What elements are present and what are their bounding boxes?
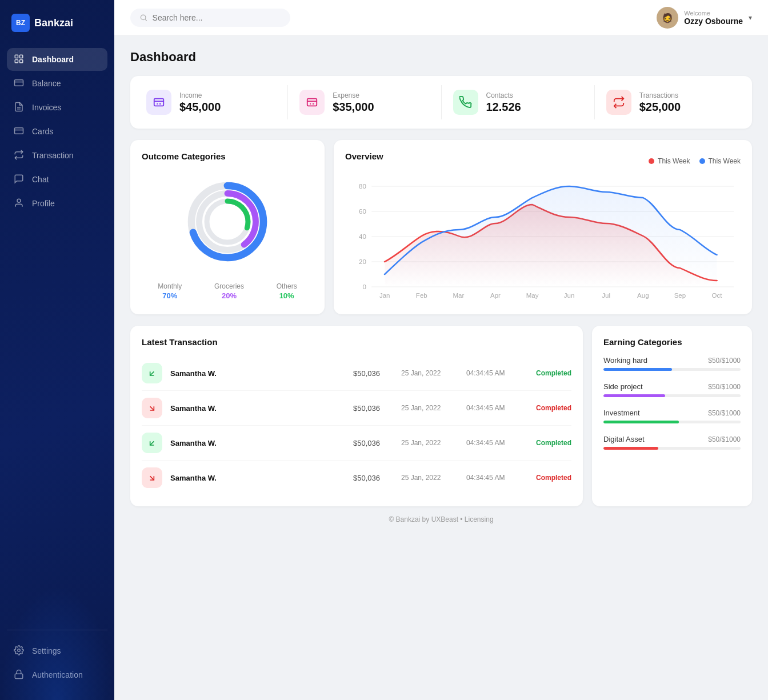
earning-name: Side project bbox=[603, 382, 643, 391]
stat-transactions: Transactions $25,000 bbox=[594, 85, 747, 119]
avatar: 🧔 bbox=[657, 7, 678, 29]
svg-text:Jun: Jun bbox=[564, 293, 575, 299]
progress-fill bbox=[603, 368, 672, 371]
tx-status: Completed bbox=[526, 369, 571, 377]
user-area[interactable]: 🧔 Welcome Ozzy Osbourne ▾ bbox=[657, 7, 752, 29]
arrow-up-right-icon bbox=[142, 398, 162, 418]
svg-point-9 bbox=[18, 649, 21, 652]
search-input[interactable] bbox=[153, 13, 281, 22]
tx-name: Samantha W. bbox=[170, 439, 345, 447]
invoices-icon bbox=[14, 102, 25, 113]
user-info: Welcome Ozzy Osbourne bbox=[684, 10, 743, 26]
sidebar-item-profile[interactable]: Profile bbox=[7, 192, 107, 215]
sidebar-bottom: SettingsAuthentication bbox=[0, 635, 114, 700]
tx-time: 04:34:45 AM bbox=[466, 404, 518, 412]
donut-chart-card: Outcome Categories bbox=[130, 140, 325, 314]
legend-item-red: This Week bbox=[649, 157, 690, 165]
legend-item-blue: This Week bbox=[699, 157, 741, 165]
table-row: Samantha W. $50,036 25 Jan, 2022 04:34:4… bbox=[142, 426, 571, 461]
stat-expense: Expense $35,000 bbox=[287, 85, 441, 119]
search-bar[interactable] bbox=[130, 9, 290, 27]
earning-card: Earning Categories Working hard $50/$100… bbox=[592, 326, 752, 506]
sidebar-item-settings[interactable]: Settings bbox=[7, 639, 107, 662]
donut-label-others: Others 10% bbox=[277, 282, 297, 300]
balance-icon bbox=[14, 78, 25, 89]
arrow-down-left-icon bbox=[142, 363, 162, 383]
table-row: Samantha W. $50,036 25 Jan, 2022 04:34:4… bbox=[142, 356, 571, 391]
sidebar-item-label: Chat bbox=[32, 175, 49, 184]
transactions-card: Latest Transaction Samantha W. $50,036 2… bbox=[130, 326, 583, 506]
table-row: Samantha W. $50,036 25 Jan, 2022 04:34:4… bbox=[142, 391, 571, 426]
logo[interactable]: BZ Bankzai bbox=[0, 0, 114, 43]
overview-title: Overview bbox=[345, 151, 383, 161]
main-area: 🧔 Welcome Ozzy Osbourne ▾ Dashboard Inco… bbox=[114, 0, 768, 700]
settings-icon bbox=[14, 645, 25, 657]
sidebar-item-authentication[interactable]: Authentication bbox=[7, 663, 107, 686]
table-row: Samantha W. $50,036 25 Jan, 2022 04:34:4… bbox=[142, 461, 571, 495]
line-chart-svg: 80 60 40 20 0 Jan Feb Mar Apr May Jun Ju… bbox=[345, 175, 741, 301]
earning-amount: $50/$1000 bbox=[708, 383, 741, 391]
svg-text:Mar: Mar bbox=[453, 293, 464, 299]
transactions-list: Samantha W. $50,036 25 Jan, 2022 04:34:4… bbox=[142, 356, 571, 495]
stat-contacts: Contacts 12.526 bbox=[441, 85, 594, 119]
svg-text:Sep: Sep bbox=[674, 293, 686, 299]
svg-text:0: 0 bbox=[362, 284, 366, 290]
progress-bar bbox=[603, 394, 741, 397]
tx-time: 04:34:45 AM bbox=[466, 439, 518, 447]
earning-list: Working hard $50/$1000 Side project $50/… bbox=[603, 356, 741, 450]
income-label: Income bbox=[179, 91, 221, 99]
svg-rect-3 bbox=[20, 60, 23, 63]
sidebar-item-transaction[interactable]: Transaction bbox=[7, 144, 107, 167]
svg-text:20: 20 bbox=[359, 259, 366, 265]
arrow-down-left-icon bbox=[142, 433, 162, 453]
sidebar-item-label: Settings bbox=[32, 646, 61, 655]
sidebar-item-label: Dashboard bbox=[32, 55, 74, 64]
sidebar-item-label: Authentication bbox=[32, 670, 83, 679]
tx-status: Completed bbox=[526, 439, 571, 447]
chevron-down-icon[interactable]: ▾ bbox=[749, 14, 752, 22]
svg-text:Apr: Apr bbox=[490, 293, 501, 299]
sidebar-item-balance[interactable]: Balance bbox=[7, 72, 107, 95]
tx-date: 25 Jan, 2022 bbox=[401, 404, 458, 412]
sidebar-item-dashboard[interactable]: Dashboard bbox=[7, 48, 107, 71]
sidebar-item-invoices[interactable]: Invoices bbox=[7, 96, 107, 119]
earning-row: Side project $50/$1000 bbox=[603, 382, 741, 391]
tx-name: Samantha W. bbox=[170, 369, 345, 378]
profile-icon bbox=[14, 198, 25, 209]
sidebar-item-label: Balance bbox=[32, 79, 61, 88]
tx-amount: $50,036 bbox=[353, 369, 393, 378]
progress-bar bbox=[603, 421, 741, 423]
earning-title: Earning Categories bbox=[603, 337, 741, 347]
progress-bar bbox=[603, 368, 741, 371]
progress-fill bbox=[603, 447, 658, 450]
expense-value: $35,000 bbox=[333, 101, 374, 114]
donut-labels: Monthly 70% Groceries 20% Others 10% bbox=[142, 282, 313, 300]
list-item: Investment $50/$1000 bbox=[603, 409, 741, 423]
list-item: Side project $50/$1000 bbox=[603, 382, 741, 397]
sidebar-item-label: Profile bbox=[32, 199, 55, 208]
progress-fill bbox=[603, 394, 665, 397]
earning-amount: $50/$1000 bbox=[708, 357, 741, 365]
sidebar-item-cards[interactable]: Cards bbox=[7, 120, 107, 143]
topbar: 🧔 Welcome Ozzy Osbourne ▾ bbox=[114, 0, 768, 36]
svg-text:Jan: Jan bbox=[379, 293, 390, 299]
svg-text:80: 80 bbox=[359, 183, 366, 190]
income-value: $45,000 bbox=[179, 101, 221, 114]
transactions-label: Transactions bbox=[639, 91, 681, 99]
tx-date: 25 Jan, 2022 bbox=[401, 474, 458, 482]
contacts-info: Contacts 12.526 bbox=[486, 91, 521, 114]
donut-label-monthly: Monthly 70% bbox=[158, 282, 182, 300]
earning-name: Working hard bbox=[603, 356, 647, 365]
sidebar-item-chat[interactable]: Chat bbox=[7, 168, 107, 191]
svg-rect-10 bbox=[15, 674, 23, 678]
legend: This Week This Week bbox=[649, 157, 741, 165]
sidebar-nav: DashboardBalanceInvoicesCardsTransaction… bbox=[0, 43, 114, 625]
svg-rect-12 bbox=[154, 99, 164, 106]
income-info: Income $45,000 bbox=[179, 91, 221, 114]
bottom-row: Latest Transaction Samantha W. $50,036 2… bbox=[130, 326, 752, 506]
donut-container: Monthly 70% Groceries 20% Others 10% bbox=[142, 170, 313, 300]
stats-row: Income $45,000 Expense $35,000 Contact bbox=[130, 76, 752, 129]
page-title: Dashboard bbox=[130, 50, 752, 65]
line-chart-card: Overview This Week This Week bbox=[334, 140, 752, 314]
donut-label-groceries: Groceries 20% bbox=[214, 282, 244, 300]
